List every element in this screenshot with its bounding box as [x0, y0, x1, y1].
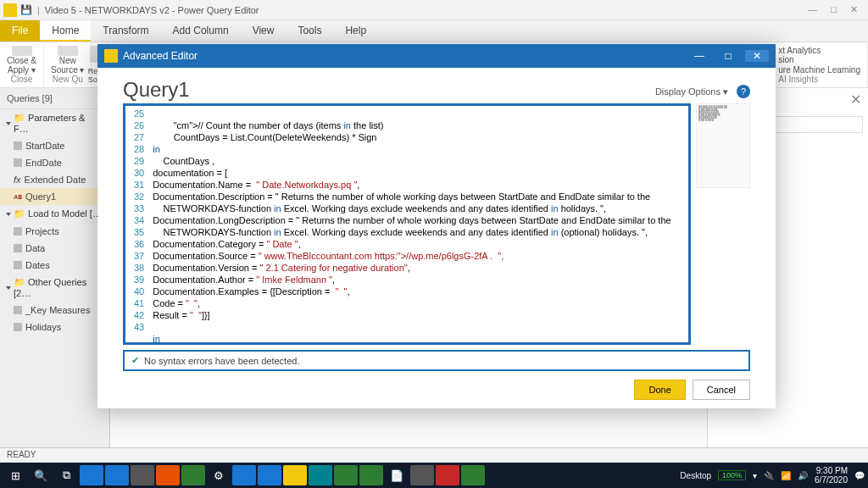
ml-label[interactable]: ure Machine Learning — [778, 65, 860, 75]
dialog-icon — [104, 49, 118, 63]
tab-addcolumn[interactable]: Add Column — [161, 20, 241, 42]
query-item[interactable]: EndDate — [0, 154, 109, 171]
ribbon-close-group: Close & Apply ▾ Close — [0, 42, 44, 87]
start-button[interactable]: ⊞ — [3, 465, 27, 485]
status-ready: READY — [7, 450, 36, 459]
taskbar-app[interactable] — [80, 465, 103, 485]
taskbar-app[interactable] — [410, 465, 434, 485]
task-view-icon[interactable]: ⧉ — [54, 465, 78, 485]
tray-icon[interactable]: ▾ — [753, 471, 757, 480]
qat-save-icon[interactable]: 💾 — [20, 4, 32, 15]
taskbar-app[interactable] — [334, 465, 358, 485]
new-source-label: New Source ▾ — [51, 56, 84, 75]
help-icon[interactable]: ? — [737, 85, 750, 98]
query-folder[interactable]: 📁 Parameters & F… — [0, 109, 109, 137]
close-button[interactable]: ✕ — [850, 4, 858, 15]
window-title: Video 5 - NETWORKDAYS v2 - Power Query E… — [45, 5, 259, 15]
status-bar: READY — [0, 447, 868, 463]
query-item[interactable]: Holidays — [0, 319, 109, 336]
search-icon[interactable]: 🔍 — [29, 465, 53, 485]
queries-panel: Queries [9] 📁 Parameters & F… StartDate … — [0, 88, 110, 447]
dialog-maximize[interactable]: □ — [716, 50, 740, 62]
queries-header: Queries [9] — [0, 88, 109, 109]
taskbar: ⊞ 🔍 ⧉ ⚙ 📄 Desktop 100% ▾ 🔌 📶 🔊 9:30 PM 6… — [0, 463, 868, 488]
syntax-message: No syntax errors have been detected. — [144, 356, 299, 366]
query-item[interactable]: ᴀʙ Query1 — [0, 188, 109, 205]
taskbar-app[interactable] — [105, 465, 129, 485]
tab-tools[interactable]: Tools — [286, 20, 333, 42]
taskbar-app[interactable]: 📄 — [385, 465, 409, 485]
maximize-button[interactable]: □ — [831, 4, 837, 15]
taskbar-app[interactable] — [258, 465, 281, 485]
taskbar-app[interactable] — [309, 465, 332, 485]
title-bar: 💾 | Video 5 - NETWORKDAYS v2 - Power Que… — [0, 0, 868, 20]
tab-home[interactable]: Home — [40, 20, 91, 42]
gutter: 25262728293031323334353637383940414243 — [125, 106, 149, 342]
cancel-button[interactable]: Cancel — [693, 380, 750, 400]
system-tray: Desktop 100% ▾ 🔌 📶 🔊 9:30 PM 6/7/2020 💬 — [680, 466, 865, 485]
code-area[interactable]: "cm">// Count the number of days (items … — [149, 106, 688, 342]
tab-file[interactable]: File — [0, 20, 40, 42]
ai-group-label: AI Insights — [778, 75, 818, 84]
query-folder[interactable]: 📁 Other Queries [2… — [0, 274, 109, 302]
notifications-icon[interactable]: 💬 — [854, 471, 865, 480]
volume-icon[interactable]: 🔊 — [798, 471, 808, 480]
network-icon[interactable]: 📶 — [781, 471, 791, 480]
minimize-button[interactable]: — — [808, 4, 817, 15]
query-item[interactable]: Dates — [0, 257, 109, 274]
display-options-button[interactable]: Display Options ▾ — [655, 86, 728, 97]
taskbar-app[interactable] — [156, 465, 180, 485]
clock-date: 6/7/2020 — [815, 475, 848, 485]
dialog-minimize[interactable]: — — [687, 50, 711, 62]
minimap[interactable]: ██ ███ ██ █ ████ ███ ██ ███ █ ██████ ██ … — [696, 103, 750, 188]
desktop-label[interactable]: Desktop — [680, 471, 711, 480]
taskbar-app[interactable]: ⚙ — [207, 465, 231, 485]
query-item[interactable]: StartDate — [0, 137, 109, 154]
app-icon — [3, 3, 17, 17]
code-editor[interactable]: 25262728293031323334353637383940414243 "… — [123, 103, 691, 345]
vision-label[interactable]: sion — [778, 55, 793, 64]
query-folder[interactable]: 📁 Load to Model [… — [0, 205, 109, 223]
power-icon[interactable]: 🔌 — [764, 471, 774, 480]
query-item[interactable]: Projects — [0, 223, 109, 240]
dialog-titlebar[interactable]: Advanced Editor — □ ✕ — [97, 44, 776, 68]
taskbar-app[interactable] — [359, 465, 383, 485]
dialog-title: Advanced Editor — [123, 50, 198, 62]
text-analytics-label[interactable]: xt Analytics — [778, 46, 821, 55]
new-source-icon[interactable] — [58, 46, 78, 56]
taskbar-app[interactable] — [181, 465, 205, 485]
close-apply-label: Close & Apply ▾ — [7, 56, 36, 75]
tab-help[interactable]: Help — [333, 20, 378, 42]
check-icon: ✔ — [131, 355, 139, 366]
advanced-editor-dialog: Advanced Editor — □ ✕ Query1 Display Opt… — [97, 44, 776, 408]
tab-transform[interactable]: Transform — [91, 20, 160, 42]
tab-view[interactable]: View — [241, 20, 287, 42]
battery-indicator[interactable]: 100% — [718, 470, 746, 480]
taskbar-app[interactable] — [436, 465, 459, 485]
taskbar-app[interactable] — [283, 465, 307, 485]
close-group-label: Close — [11, 75, 33, 84]
newq-group-label: New Qu — [53, 75, 83, 84]
ribbon-ai-group: xt Analytics sion ure Machine Learning A… — [771, 42, 868, 87]
ribbon-newsource-group: New Source ▾ New Qu — [44, 42, 92, 87]
query-item[interactable]: Data — [0, 240, 109, 257]
dialog-close[interactable]: ✕ — [745, 50, 769, 62]
clock-time: 9:30 PM — [815, 466, 848, 475]
taskbar-app[interactable] — [131, 465, 154, 485]
done-button[interactable]: Done — [634, 380, 685, 400]
menu-bar: File Home Transform Add Column View Tool… — [0, 20, 868, 42]
query-item[interactable]: _Key Measures — [0, 302, 109, 319]
clock[interactable]: 9:30 PM 6/7/2020 — [815, 466, 848, 485]
close-apply-icon[interactable] — [12, 46, 32, 56]
taskbar-app[interactable] — [232, 465, 256, 485]
syntax-status: ✔ No syntax errors have been detected. — [123, 350, 750, 371]
taskbar-app[interactable] — [461, 465, 485, 485]
query-item[interactable]: fx Extended Date — [0, 171, 109, 188]
